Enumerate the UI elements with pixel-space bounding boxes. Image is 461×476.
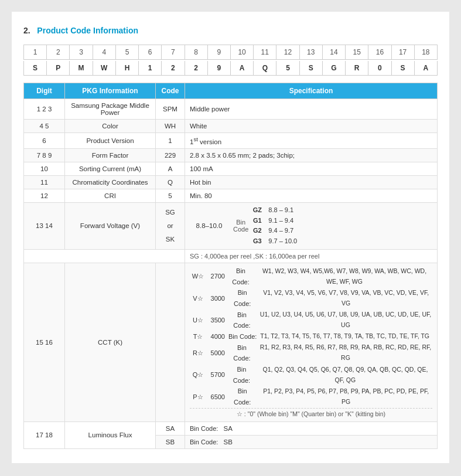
code-cell: 5	[156, 189, 185, 202]
pkg-cell: Chromaticity Coordinates	[65, 175, 156, 189]
voltage-note-row: SG : 4,000ea per reel ,SK : 16,000ea per…	[24, 249, 438, 263]
table-row: 1 2 3 Samsung Package Middle Power SPM M…	[24, 99, 438, 120]
flux-digit: 17 18	[24, 421, 65, 448]
position-cell: 3	[70, 45, 93, 59]
digit-cell: 10	[24, 162, 65, 175]
spec-cell: 1st version	[185, 133, 438, 149]
voltage-range: 8.8–10.0	[190, 205, 231, 246]
digit-cell: 11	[24, 175, 65, 189]
position-cell: 10	[231, 45, 254, 59]
section-number: 2.	[23, 26, 30, 35]
code-cell: 1	[156, 133, 185, 149]
pkg-cell: Form Factor	[65, 148, 156, 162]
position-cell: 1	[24, 45, 47, 59]
flux-code: SB	[156, 435, 185, 448]
code-cell: P	[47, 61, 70, 75]
voltage-codes: GZ8.8 – 9.1G19.1 – 9.4G29.4 – 9.7G39.7 –…	[251, 205, 297, 246]
code-cell: 2	[162, 61, 185, 75]
position-cell: 17	[392, 45, 415, 59]
position-cell: 12	[276, 45, 299, 59]
cct-spec: W☆ 2700 Bin Code: W1, W2, W3, W4, W5,W6,…	[185, 263, 438, 421]
position-cell: 15	[346, 45, 368, 59]
spec-cell: Hot bin	[185, 175, 438, 189]
position-cell: 11	[254, 45, 276, 59]
table-row: 12 CRI 5 Min. 80	[24, 189, 438, 202]
position-cell: 16	[368, 45, 391, 59]
spec-cell: 2.8 x 3.5 x 0.65 mm; 2 pads; 3chip;	[185, 148, 438, 162]
product-code-table: Digit PKG Information Code Specification…	[23, 83, 438, 449]
position-cell: 6	[139, 45, 162, 59]
digit-cell: 1 2 3	[24, 99, 65, 120]
position-cell: 2	[47, 45, 70, 59]
col-pkg: PKG Information	[65, 83, 156, 99]
col-code: Code	[156, 83, 185, 99]
table-row: 4 5 Color WH White	[24, 120, 438, 133]
table-row: 7 8 9 Form Factor 229 2.8 x 3.5 x 0.65 m…	[24, 148, 438, 162]
code-cell: H	[116, 61, 139, 75]
pkg-cell: Sorting Current (mA)	[65, 162, 156, 175]
table-row: 11 Chromaticity Coordinates Q Hot bin	[24, 175, 438, 189]
position-cell: 14	[323, 45, 346, 59]
code-row: SPMWH1229AQ5SGR0SA	[23, 61, 438, 76]
position-cell: 18	[415, 45, 437, 59]
voltage-code: SGorSK	[156, 202, 185, 249]
position-cell: 8	[185, 45, 208, 59]
code-cell: Q	[156, 175, 185, 189]
cct-row: 15 16 CCT (K) W☆ 2700 Bin Code: W1, W2, …	[24, 263, 438, 421]
position-cell: 5	[116, 45, 139, 59]
position-cell: 7	[162, 45, 185, 59]
code-cell: 9	[208, 61, 231, 75]
code-cell: S	[392, 61, 415, 75]
flux-row: 17 18 Luminous Flux SA Bin Code: SA	[24, 421, 438, 435]
section-title-text: Product Code Information	[37, 26, 138, 35]
bin-label: BinCode	[231, 205, 251, 246]
spec-cell: 100 mA	[185, 162, 438, 175]
pkg-cell: Product Version	[65, 133, 156, 149]
code-cell: WH	[156, 120, 185, 133]
pkg-cell: Color	[65, 120, 156, 133]
code-cell: M	[70, 61, 93, 75]
digit-cell: 4 5	[24, 120, 65, 133]
cct-digit: 15 16	[24, 263, 65, 421]
digit-cell: 12	[24, 189, 65, 202]
code-cell: G	[323, 61, 346, 75]
code-cell: SPM	[156, 99, 185, 120]
position-row: 123456789101112131415161718	[23, 45, 438, 60]
col-spec: Specification	[185, 83, 438, 99]
table-row: 10 Sorting Current (mA) A 100 mA	[24, 162, 438, 175]
flux-pkg: Luminous Flux	[65, 421, 156, 448]
code-cell: 2	[185, 61, 208, 75]
cct-pkg: CCT (K)	[65, 263, 156, 421]
position-cell: 13	[300, 45, 323, 59]
spec-cell: White	[185, 120, 438, 133]
code-cell: A	[156, 162, 185, 175]
flux-spec: Bin Code: SB	[185, 435, 438, 448]
code-cell: 1	[139, 61, 162, 75]
cct-code	[156, 263, 185, 421]
code-cell: S	[24, 61, 47, 75]
voltage-digit: 13 14	[24, 202, 65, 249]
digit-cell: 6	[24, 133, 65, 149]
code-cell: A	[231, 61, 254, 75]
flux-code: SA	[156, 421, 185, 435]
position-cell: 9	[208, 45, 231, 59]
code-cell: R	[346, 61, 368, 75]
flux-spec: Bin Code: SA	[185, 421, 438, 435]
digit-cell: 7 8 9	[24, 148, 65, 162]
pkg-cell: CRI	[65, 189, 156, 202]
code-cell: 229	[156, 148, 185, 162]
code-cell: W	[93, 61, 116, 75]
section-title: 2. Product Code Information	[23, 26, 438, 35]
code-cell: A	[415, 61, 437, 75]
table-row: 6 Product Version 1 1st version	[24, 133, 438, 149]
spec-cell: Min. 80	[185, 189, 438, 202]
voltage-row: 13 14 Forward Voltage (V) SGorSK 8.8–10.…	[24, 202, 438, 249]
voltage-spec: 8.8–10.0 BinCode GZ8.8 – 9.1G19.1 – 9.4G…	[185, 202, 438, 249]
pkg-cell: Samsung Package Middle Power	[65, 99, 156, 120]
code-cell: 5	[276, 61, 299, 75]
page: 2. Product Code Information 123456789101…	[12, 12, 449, 463]
code-cell: 0	[368, 61, 391, 75]
code-cell: S	[300, 61, 323, 75]
spec-cell: Middle power	[185, 99, 438, 120]
code-cell: Q	[254, 61, 276, 75]
